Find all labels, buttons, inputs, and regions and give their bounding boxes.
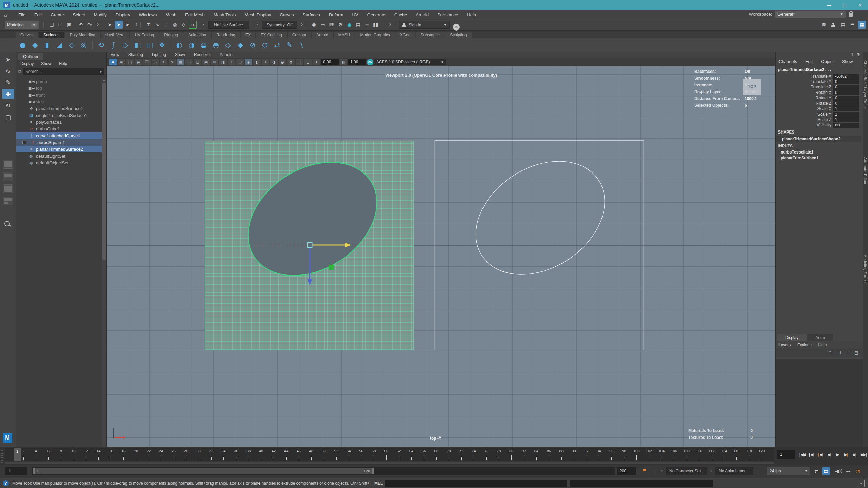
- persp-outliner-layout-button[interactable]: [3, 197, 13, 205]
- current-time-marker[interactable]: 1: [14, 448, 21, 461]
- chevron-down-icon[interactable]: ▽: [660, 469, 663, 472]
- humanik-toggle-icon[interactable]: [829, 21, 837, 29]
- layer-menu-help[interactable]: Help: [818, 343, 827, 347]
- shelf-tab-fx-caching[interactable]: FX Caching: [256, 32, 287, 38]
- shelf-tab-sculpting[interactable]: Sculpting: [445, 32, 471, 38]
- extrude-icon[interactable]: ◧: [133, 40, 143, 50]
- nurbs-cylinder-icon[interactable]: ▮: [42, 40, 52, 50]
- outliner-item-planarTrimmedSurface2[interactable]: ❖planarTrimmedSurface2: [16, 146, 102, 152]
- nurbs-plane-icon[interactable]: ◇: [66, 40, 77, 50]
- open-close-surfaces-icon[interactable]: ◓: [211, 40, 221, 50]
- outliner-tab[interactable]: Outliner: [18, 53, 43, 60]
- outliner-item-curve1attachedCurve1[interactable]: ∫curve1attachedCurve1: [16, 132, 102, 139]
- textured-mode-icon[interactable]: ◐: [253, 59, 261, 65]
- two-d-pan-zoom-icon[interactable]: ✚: [160, 59, 167, 65]
- panel-menu-panels[interactable]: Panels: [220, 52, 232, 57]
- shelf-tab-animation[interactable]: Animation: [183, 32, 211, 38]
- zoom-select-icon[interactable]: [4, 221, 10, 226]
- outliner-item-defaultLightSet[interactable]: ◍defaultLightSet: [16, 152, 102, 159]
- shelf-tab-xgen[interactable]: XGen: [395, 32, 415, 38]
- color-management-toggle[interactable]: ON: [367, 59, 373, 65]
- offset-surfaces-icon[interactable]: ⊖: [260, 40, 270, 50]
- scrollbar-thumb[interactable]: [102, 83, 106, 260]
- sculpt-geometry-icon[interactable]: ✎: [284, 40, 294, 50]
- shelf-tab-rendering[interactable]: Rendering: [212, 32, 240, 38]
- snap-to-grid-icon[interactable]: ⊞: [144, 21, 153, 29]
- channel-box-object-name[interactable]: planarTrimmedSurface2 . . .: [776, 66, 863, 74]
- exposure-field[interactable]: 0.00: [321, 59, 339, 65]
- select-component-icon[interactable]: ➤: [123, 21, 132, 29]
- outliner-item-polySurface1[interactable]: ❖polySurface1: [16, 119, 102, 125]
- menu-generate[interactable]: Generate: [367, 12, 386, 17]
- group-collapse-icon[interactable]: ❯: [135, 22, 138, 26]
- modeling-toolkit-toggle-icon[interactable]: ⊠: [820, 21, 828, 29]
- menu-curves[interactable]: Curves: [280, 12, 294, 17]
- tool-settings-toggle-icon[interactable]: ☰: [848, 21, 856, 29]
- outliner-item-side[interactable]: ◼◄side: [16, 98, 102, 105]
- wireframe-icon[interactable]: ⬡: [236, 59, 244, 65]
- side-tab-channel-box-layer-editor[interactable]: Channel Box / Layer Editor: [863, 60, 867, 109]
- bookmark-view-icon[interactable]: ❐: [143, 59, 151, 65]
- grease-pencil-icon[interactable]: ✎: [169, 59, 176, 65]
- chevron-down-icon[interactable]: ▾: [256, 22, 258, 26]
- channel-box-menu-show[interactable]: Show: [842, 59, 853, 64]
- nurbs-torus-icon[interactable]: ◎: [79, 40, 89, 50]
- range-slider[interactable]: 1 120: [33, 468, 374, 474]
- shelf-tab-poly-modeling[interactable]: Poly Modeling: [65, 32, 100, 38]
- outliner-item-defaultObjectSet[interactable]: ◍defaultObjectSet: [16, 159, 102, 166]
- filter-icon[interactable]: ⧉: [18, 69, 21, 74]
- field-chart-icon[interactable]: ⊞: [211, 59, 218, 65]
- birail-icon[interactable]: ◫: [145, 40, 155, 50]
- menu-edit-mesh[interactable]: Edit Mesh: [185, 12, 205, 17]
- close-button[interactable]: ✕: [852, 0, 868, 10]
- menu-mesh[interactable]: Mesh: [165, 12, 176, 17]
- channel-value-field[interactable]: 0: [833, 101, 859, 106]
- renderer-aa-icon[interactable]: A: [109, 59, 117, 65]
- outliner-item-singleProfileBirailSurface1[interactable]: ◪singleProfileBirailSurface1: [16, 112, 102, 119]
- ambient-occlusion-icon[interactable]: ◒: [279, 59, 286, 65]
- motion-blur-icon[interactable]: ◓: [287, 59, 295, 65]
- live-surface-field[interactable]: No Live Surface: [208, 21, 249, 29]
- outliner-menu-help[interactable]: Help: [59, 61, 67, 66]
- channel-value-field[interactable]: 1: [833, 117, 859, 122]
- panel-menu-renderer[interactable]: Renderer: [194, 52, 211, 57]
- step-forward-key-button[interactable]: ▶▮: [842, 449, 850, 460]
- shelf-tab-shefl_vera[interactable]: shefl_Vera: [101, 32, 130, 38]
- shape-node-item[interactable]: planarTrimmedSurfaceShape2: [776, 136, 861, 142]
- current-frame-field[interactable]: 1: [777, 450, 795, 459]
- range-slider-outer[interactable]: 1 120: [32, 467, 615, 475]
- round-tool-icon[interactable]: ⇄: [272, 40, 282, 50]
- menu-substance[interactable]: Substance: [437, 12, 458, 17]
- outliner-item-front[interactable]: ◼◄front: [16, 92, 102, 98]
- sign-in-button[interactable]: Sign In ▼: [399, 21, 450, 29]
- panel-menu-view[interactable]: View: [111, 52, 119, 57]
- render-setup-icon[interactable]: ▤: [354, 21, 362, 29]
- panel-menu-shading[interactable]: Shading: [128, 52, 143, 57]
- layer-list[interactable]: [776, 359, 863, 447]
- outliner-menu-display[interactable]: Display: [20, 61, 34, 66]
- panel-menu-show[interactable]: Show: [175, 52, 185, 57]
- help-icon[interactable]: ?: [3, 480, 9, 486]
- menu-edit[interactable]: Edit: [34, 12, 42, 17]
- menu-arnold[interactable]: Arnold: [416, 12, 429, 17]
- surface-edit-icon[interactable]: ∖: [296, 40, 307, 50]
- menu-set-selector[interactable]: Modeling ▼: [5, 21, 39, 29]
- go-to-start-button[interactable]: ▮◀◀: [797, 449, 806, 460]
- extend-surfaces-icon[interactable]: ⊘: [248, 40, 258, 50]
- command-line-language[interactable]: MEL: [374, 481, 383, 486]
- symmetry-field[interactable]: Symmetry: Off: [262, 21, 297, 29]
- auto-keyframe-icon[interactable]: ◔: [854, 467, 862, 475]
- snap-to-curve-icon[interactable]: ∿: [153, 21, 161, 29]
- select-tool-icon[interactable]: ➤: [2, 54, 14, 64]
- shelf-tab-surfaces[interactable]: Surfaces: [39, 32, 64, 38]
- layer-from-selected-icon[interactable]: ❏: [844, 350, 851, 356]
- workspace-select[interactable]: General* ▼: [775, 11, 846, 18]
- lock-camera-icon[interactable]: ▢: [126, 59, 134, 65]
- attached-curve[interactable]: [455, 138, 626, 298]
- shaded-mode-icon[interactable]: ◈: [245, 59, 252, 65]
- scale-tool-icon[interactable]: ▢: [2, 112, 14, 122]
- group-collapse-icon[interactable]: ❯: [389, 22, 391, 26]
- loft-icon[interactable]: ∫: [108, 40, 118, 50]
- channel-value-field[interactable]: 0: [833, 96, 859, 101]
- mute-audio-icon[interactable]: ◀)): [835, 467, 843, 475]
